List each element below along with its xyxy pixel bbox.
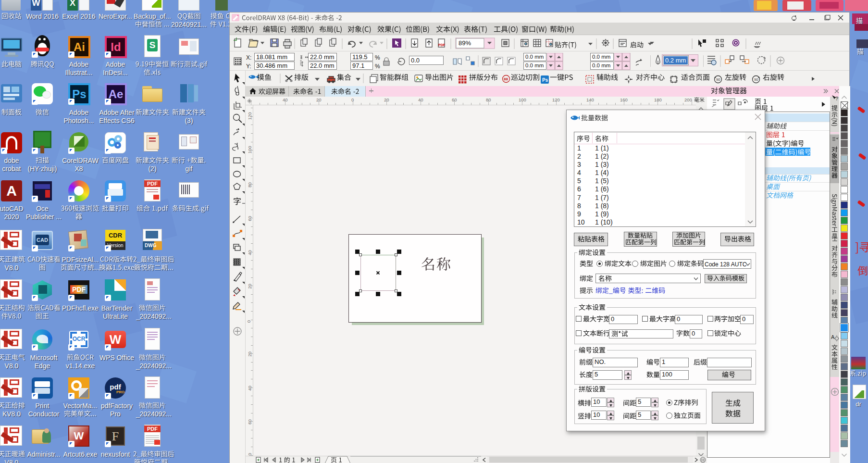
svg-text:88: 88 — [504, 77, 508, 81]
svg-text:Y:: Y: — [246, 63, 251, 70]
svg-text:%: % — [375, 63, 380, 70]
svg-text:A: A — [831, 334, 835, 340]
svg-text:90: 90 — [754, 77, 758, 82]
svg-text:PDF: PDF — [438, 43, 446, 47]
svg-text:X:: X: — [246, 54, 251, 61]
svg-text:%: % — [375, 54, 380, 61]
svg-text:?: ? — [835, 96, 838, 101]
svg-text:90: 90 — [716, 77, 720, 82]
svg-text:Ps: Ps — [542, 77, 548, 83]
svg-text:89%: 89% — [459, 39, 471, 47]
